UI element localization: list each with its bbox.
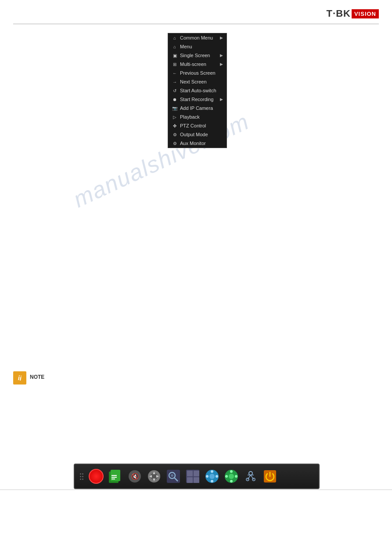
- svg-point-32: [225, 475, 228, 478]
- start-auto-switch-icon: ↺: [172, 88, 178, 93]
- multiscreen-icon: [185, 469, 200, 484]
- footer-divider: [0, 490, 392, 490]
- menu-label: Menu: [180, 44, 223, 49]
- aux-monitor-icon: ⚙: [172, 141, 178, 146]
- single-screen-icon: ▣: [172, 53, 178, 58]
- cloud-icon: [224, 469, 239, 484]
- context-menu: ⌂ Common Menu ▶ ⌂ Menu ▣ Single Screen ▶…: [168, 33, 227, 148]
- note-icon: i: [13, 371, 26, 385]
- toolbar-ptz-button[interactable]: [146, 468, 162, 485]
- output-mode-label: Output Mode: [180, 132, 223, 137]
- playback-icon: ▷: [172, 115, 178, 120]
- menu-item-single-screen[interactable]: ▣ Single Screen ▶: [168, 51, 227, 60]
- dot: [80, 479, 81, 480]
- record-icon: [89, 469, 104, 484]
- svg-line-36: [251, 475, 254, 479]
- menu-item-previous-screen[interactable]: ← Previous Screen: [168, 69, 227, 77]
- svg-point-31: [230, 480, 233, 482]
- dot-row-3: [80, 479, 83, 480]
- start-recording-icon: ⏺: [172, 97, 178, 102]
- start-auto-switch-label: Start Auto-switch: [180, 88, 223, 93]
- svg-rect-2: [111, 475, 117, 476]
- toolbar-settings-button[interactable]: [204, 468, 220, 485]
- svg-point-16: [171, 474, 173, 477]
- ptz-control-label: PTZ Control: [180, 123, 223, 128]
- menu-item-add-ip-camera[interactable]: 📷 Add IP Camera: [168, 104, 227, 112]
- menu-item-multi-screen[interactable]: ⊞ Multi-screen ▶: [168, 60, 227, 69]
- svg-point-23: [209, 474, 215, 479]
- menu-icon: ⌂: [172, 44, 178, 49]
- menu-item-start-auto-switch[interactable]: ↺ Start Auto-switch: [168, 86, 227, 95]
- output-mode-icon: ⚙: [172, 132, 178, 137]
- dot: [82, 473, 83, 475]
- svg-rect-19: [194, 471, 199, 476]
- dot: [80, 473, 81, 475]
- toolbar-cloud-button[interactable]: [223, 468, 240, 485]
- dot: [82, 479, 83, 480]
- shutdown-icon: [263, 469, 277, 484]
- svg-rect-21: [194, 477, 199, 483]
- menu-item-ptz-control[interactable]: ✤ PTZ Control: [168, 121, 227, 130]
- svg-point-34: [249, 472, 252, 475]
- svg-rect-20: [187, 477, 193, 483]
- note-section: i NOTE: [13, 371, 44, 385]
- next-screen-label: Next Screen: [180, 79, 223, 84]
- toolbar-multiscreen-button[interactable]: [184, 468, 201, 485]
- aux-monitor-label: Aux Monitor: [180, 141, 223, 146]
- menu-item-start-recording[interactable]: ⏺ Start Recording ▶: [168, 95, 227, 104]
- network-icon: [243, 469, 258, 484]
- svg-rect-4: [111, 479, 115, 479]
- files-icon: [108, 469, 123, 484]
- note-label: NOTE: [30, 371, 44, 380]
- single-screen-label: Single Screen: [180, 53, 218, 58]
- svg-point-26: [206, 475, 209, 478]
- toolbar-files-button[interactable]: [107, 468, 124, 485]
- dot-row-1: [80, 473, 83, 475]
- common-menu-icon: ⌂: [172, 36, 178, 40]
- add-ip-camera-icon: 📷: [172, 106, 178, 111]
- menu-item-common-menu[interactable]: ⌂ Common Menu ▶: [168, 33, 227, 42]
- toolbar-network-button[interactable]: [242, 468, 259, 485]
- settings-icon: [205, 469, 219, 484]
- dot: [82, 476, 83, 477]
- logo-tbk: T·BK: [327, 8, 351, 19]
- header: T·BK VISION: [0, 0, 392, 24]
- menu-item-next-screen[interactable]: → Next Screen: [168, 77, 227, 86]
- single-screen-arrow: ▶: [220, 53, 223, 58]
- multi-screen-arrow: ▶: [220, 62, 223, 66]
- menu-item-menu[interactable]: ⌂ Menu: [168, 42, 227, 51]
- start-recording-arrow: ▶: [220, 97, 223, 102]
- svg-point-24: [211, 470, 213, 473]
- start-recording-label: Start Recording: [180, 97, 218, 102]
- dot-row-2: [80, 476, 83, 477]
- toolbar-search-button[interactable]: [165, 468, 182, 485]
- toolbar-drag-handle: [80, 473, 83, 480]
- svg-point-29: [229, 474, 234, 479]
- multi-screen-label: Multi-screen: [180, 62, 218, 67]
- add-ip-camera-label: Add IP Camera: [180, 105, 223, 111]
- svg-rect-18: [187, 471, 193, 476]
- svg-point-25: [211, 480, 213, 482]
- common-menu-arrow: ▶: [220, 36, 223, 40]
- svg-point-27: [216, 475, 218, 478]
- audio-mute-icon: 🔇: [127, 469, 142, 484]
- toolbar-section: 🔇: [74, 464, 320, 489]
- menu-item-aux-monitor[interactable]: ⚙ Aux Monitor: [168, 139, 227, 148]
- toolbar-record-button[interactable]: [88, 468, 104, 485]
- menu-item-output-mode[interactable]: ⚙ Output Mode: [168, 130, 227, 139]
- search-icon: [166, 469, 181, 484]
- menu-item-playback[interactable]: ▷ Playback: [168, 112, 227, 121]
- toolbar-audio-mute-button[interactable]: 🔇: [126, 468, 143, 485]
- svg-text:🔇: 🔇: [131, 473, 139, 480]
- previous-screen-icon: ←: [172, 71, 178, 76]
- common-menu-label: Common Menu: [180, 35, 218, 40]
- svg-point-33: [235, 475, 237, 478]
- svg-line-35: [248, 475, 251, 479]
- playback-label: Playback: [180, 114, 223, 120]
- toolbar-shutdown-button[interactable]: [262, 468, 278, 485]
- svg-rect-3: [111, 477, 117, 478]
- next-screen-icon: →: [172, 80, 178, 84]
- dot: [80, 476, 81, 477]
- ptz-control-icon: ✤: [172, 123, 178, 128]
- multi-screen-icon: ⊞: [172, 62, 178, 67]
